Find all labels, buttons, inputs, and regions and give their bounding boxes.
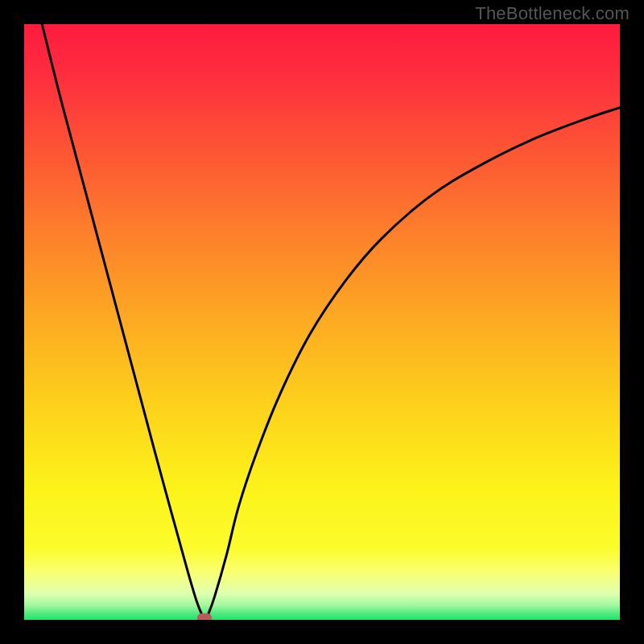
plot-area [24, 24, 620, 620]
bottleneck-curve [24, 24, 620, 620]
optimum-marker [197, 613, 212, 620]
chart-canvas: TheBottleneck.com [0, 0, 644, 644]
watermark-text: TheBottleneck.com [475, 3, 630, 24]
